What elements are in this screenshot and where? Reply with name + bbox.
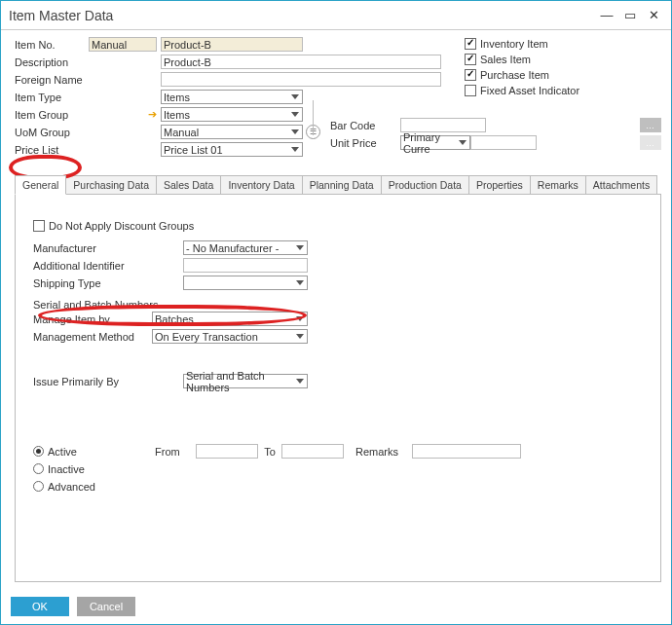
no-discount-checkbox[interactable]	[33, 220, 45, 232]
maximize-button[interactable]: ▭	[620, 7, 640, 24]
general-tab-panel: Do Not Apply Discount Groups Manufacture…	[15, 195, 661, 582]
from-label: From	[155, 446, 196, 458]
close-button[interactable]: ✕	[644, 7, 663, 24]
status-active-radio[interactable]	[33, 446, 44, 457]
tab-purchasing-data[interactable]: Purchasing Data	[65, 175, 157, 194]
uom-group-label: UoM Group	[15, 127, 89, 138]
header-form: Item No. Manual Product-B Description Pr…	[1, 30, 671, 582]
tab-general[interactable]: General	[15, 175, 66, 195]
unit-price-field[interactable]	[470, 135, 537, 150]
status-inactive-radio[interactable]	[33, 463, 44, 474]
tab-sales-data[interactable]: Sales Data	[156, 175, 221, 194]
item-flags: Inventory Item Sales Item Purchase Item …	[465, 36, 659, 98]
tab-properties[interactable]: Properties	[468, 175, 531, 194]
window-title: Item Master Data	[9, 8, 113, 23]
tab-planning-data[interactable]: Planning Data	[302, 175, 382, 194]
window-controls: — ▭ ✕	[597, 7, 663, 24]
remarks-field[interactable]	[412, 444, 521, 459]
sales-item-label: Sales Item	[480, 54, 531, 65]
cancel-button[interactable]: Cancel	[77, 597, 135, 616]
manufacturer-dropdown[interactable]: - No Manufacturer -	[183, 240, 308, 255]
tab-attachments[interactable]: Attachments	[585, 175, 657, 194]
to-field[interactable]	[281, 444, 344, 459]
fixed-asset-checkbox[interactable]	[465, 85, 476, 96]
additional-id-label: Additional Identifier	[33, 260, 183, 272]
additional-id-field[interactable]	[183, 258, 308, 273]
shipping-type-dropdown[interactable]	[183, 276, 308, 290]
drill-arrow-icon[interactable]: ➔	[145, 109, 159, 120]
fixed-asset-label: Fixed Asset Indicator	[480, 85, 579, 96]
to-label: To	[258, 446, 281, 458]
status-active-label: Active	[48, 446, 155, 458]
ok-button[interactable]: OK	[11, 597, 69, 616]
foreign-name-label: Foreign Name	[15, 74, 89, 86]
titlebar: Item Master Data — ▭ ✕	[1, 1, 671, 30]
remarks-label: Remarks	[355, 446, 412, 458]
item-group-dropdown[interactable]: Items	[161, 107, 303, 122]
uom-group-dropdown[interactable]: Manual	[161, 125, 303, 139]
inventory-item-label: Inventory Item	[480, 38, 548, 50]
issue-primarily-dropdown[interactable]: Serial and Batch Numbers	[183, 374, 308, 388]
issue-primarily-label: Issue Primarily By	[33, 376, 183, 387]
manufacturer-label: Manufacturer	[33, 242, 183, 254]
inventory-item-checkbox[interactable]	[465, 38, 476, 50]
manage-item-by-dropdown[interactable]: Batches	[152, 312, 308, 326]
item-no-label: Item No.	[15, 39, 89, 51]
tab-inventory-data[interactable]: Inventory Data	[220, 175, 302, 194]
tab-remarks[interactable]: Remarks	[530, 175, 586, 194]
tab-strip: General Purchasing Data Sales Data Inven…	[15, 175, 661, 195]
tab-production-data[interactable]: Production Data	[381, 175, 469, 194]
description-label: Description	[15, 56, 89, 68]
divider	[313, 100, 314, 135]
item-group-label: Item Group	[15, 109, 89, 121]
manage-item-by-label: Manage Item by	[33, 313, 152, 325]
shipping-type-label: Shipping Type	[33, 277, 183, 289]
item-type-label: Item Type	[15, 92, 89, 103]
barcode-label: Bar Code	[330, 120, 400, 131]
sales-item-checkbox[interactable]	[465, 54, 476, 65]
item-type-dropdown[interactable]: Items	[161, 90, 303, 104]
unit-price-label: Unit Price	[330, 137, 400, 149]
purchase-item-label: Purchase Item	[480, 69, 549, 81]
from-field[interactable]	[196, 444, 258, 459]
unit-price-currency-dropdown[interactable]: Primary Curre	[400, 135, 470, 150]
price-list-label: Price List	[15, 144, 89, 156]
item-no-field[interactable]: Product-B	[161, 37, 303, 52]
serial-batch-heading: Serial and Batch Numbers	[33, 299, 643, 311]
footer-buttons: OK Cancel	[11, 597, 135, 616]
no-discount-label: Do Not Apply Discount Groups	[49, 220, 194, 232]
item-master-window: Item Master Data — ▭ ✕ Item No. Manual P…	[0, 0, 672, 625]
status-inactive-label: Inactive	[48, 463, 85, 475]
status-advanced-radio[interactable]	[33, 481, 44, 492]
barcode-more-button[interactable]: …	[640, 118, 661, 132]
unit-price-more-button: …	[640, 135, 661, 150]
description-field[interactable]: Product-B	[161, 55, 441, 69]
status-advanced-label: Advanced	[48, 481, 95, 493]
purchase-item-checkbox[interactable]	[465, 69, 476, 81]
management-method-label: Management Method	[33, 331, 152, 343]
price-list-dropdown[interactable]: Price List 01	[161, 142, 303, 157]
item-no-mode[interactable]: Manual	[89, 37, 157, 52]
minimize-button[interactable]: —	[597, 7, 616, 24]
management-method-dropdown[interactable]: On Every Transaction	[152, 329, 308, 344]
foreign-name-field[interactable]	[161, 72, 441, 87]
